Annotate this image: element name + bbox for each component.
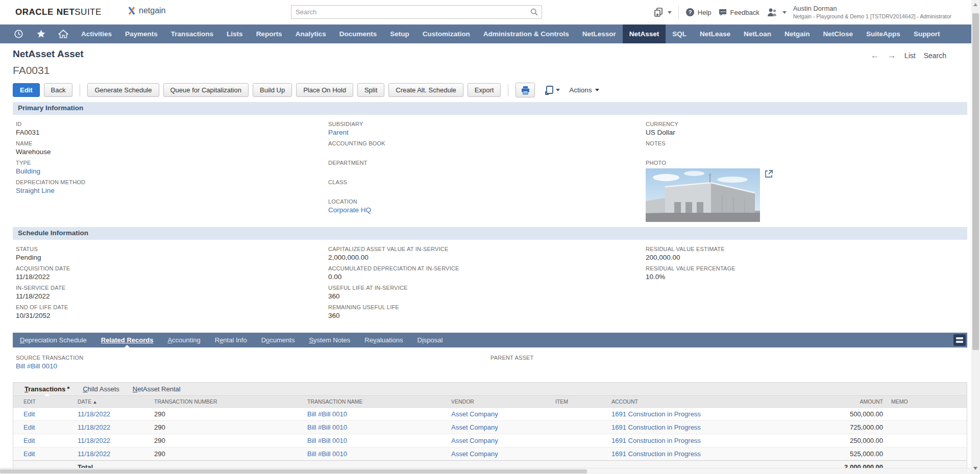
transaction-number-cell: 290 — [150, 434, 303, 447]
nav-item-netasset[interactable]: NetAsset — [623, 24, 666, 43]
toggle-tab-layout-icon[interactable] — [953, 334, 966, 346]
vertical-scrollbar[interactable] — [971, 0, 980, 474]
print-button[interactable] — [516, 83, 535, 97]
next-record-arrow-icon[interactable]: → — [888, 51, 896, 61]
search-icon[interactable] — [530, 8, 538, 16]
tab-documents[interactable]: Documents — [254, 333, 302, 347]
vendor-link[interactable]: Asset Company — [451, 437, 498, 444]
home-icon[interactable] — [52, 24, 75, 43]
field-photo: PHOTO — [646, 160, 967, 222]
location-link[interactable]: Corporate HQ — [328, 206, 646, 214]
nav-item-netclose[interactable]: NetClose — [817, 24, 860, 43]
date-link[interactable]: 11/18/2022 — [78, 423, 110, 431]
tab-disposal[interactable]: Disposal — [410, 333, 450, 347]
source-transaction-link[interactable]: Bill #Bill 0010 — [16, 362, 491, 370]
asset-photo[interactable] — [646, 168, 760, 222]
col-header-account[interactable]: ACCOUNT — [607, 396, 821, 408]
list-link[interactable]: List — [904, 52, 916, 60]
vendor-link[interactable]: Asset Company — [451, 410, 498, 418]
col-header-vendor[interactable]: VENDOR — [447, 396, 551, 408]
queue-for-capitalization-button[interactable]: Queue for Capitalization — [163, 83, 249, 97]
tab-accounting[interactable]: Accounting — [160, 333, 207, 347]
subsidiary-link[interactable]: Parent — [328, 129, 646, 136]
nav-item-customization[interactable]: Customization — [416, 24, 477, 43]
account-link[interactable]: 1691 Construction in Progress — [611, 410, 701, 418]
col-header-item[interactable]: ITEM — [551, 396, 607, 408]
edit-button[interactable]: Edit — [13, 83, 40, 97]
search-link[interactable]: Search — [924, 52, 946, 60]
save-view-menu[interactable] — [544, 85, 560, 95]
nav-item-netlessor[interactable]: NetLessor — [576, 24, 623, 43]
tab-rental-info[interactable]: Rental Info — [208, 333, 254, 347]
depreciation-method-link[interactable]: Straight Line — [16, 187, 328, 194]
subtab-transactions[interactable]: Transactions — [18, 383, 76, 395]
nav-item-support[interactable]: Support — [907, 24, 947, 43]
previous-record-arrow-icon[interactable]: ← — [871, 51, 879, 61]
horizontal-scrollbar[interactable] — [0, 468, 971, 474]
create-alt-schedule-button[interactable]: Create Alt. Schedule — [388, 83, 463, 97]
nav-item-transactions[interactable]: Transactions — [164, 24, 220, 43]
scroll-up-arrow-icon[interactable] — [973, 3, 977, 6]
tab-system-notes[interactable]: System Notes — [302, 333, 357, 347]
account-link[interactable]: 1691 Construction in Progress — [611, 450, 701, 458]
transaction-name-link[interactable]: Bill #Bill 0010 — [307, 423, 347, 431]
tab-revaluations[interactable]: Revaluations — [357, 333, 410, 347]
vendor-link[interactable]: Asset Company — [451, 423, 498, 431]
nav-item-sql[interactable]: SQL — [666, 24, 693, 43]
nav-item-reports[interactable]: Reports — [250, 24, 289, 43]
nav-item-lists[interactable]: Lists — [220, 24, 250, 43]
edit-link[interactable]: Edit — [17, 423, 35, 431]
place-on-hold-button[interactable]: Place On Hold — [296, 83, 353, 97]
type-link[interactable]: Building — [16, 167, 328, 175]
nav-item-documents[interactable]: Documents — [333, 24, 384, 43]
feedback-button[interactable]: Feedback — [718, 8, 760, 17]
export-button[interactable]: Export — [468, 83, 501, 97]
back-button[interactable]: Back — [44, 83, 73, 97]
account-link[interactable]: 1691 Construction in Progress — [611, 423, 701, 431]
transaction-name-link[interactable]: Bill #Bill 0010 — [307, 410, 347, 418]
split-button[interactable]: Split — [357, 83, 384, 97]
roles-menu[interactable] — [766, 8, 787, 17]
subtab-netasset-rental[interactable]: NetAsset Rental — [127, 383, 187, 395]
col-header-memo[interactable]: MEMO — [887, 396, 967, 408]
tab-depreciation-schedule[interactable]: Depreciation Schedule — [13, 333, 94, 347]
transaction-name-link[interactable]: Bill #Bill 0010 — [307, 450, 347, 458]
date-link[interactable]: 11/18/2022 — [78, 410, 110, 418]
col-header-date[interactable]: DATE — [74, 396, 150, 408]
subtab-child-assets[interactable]: Child Assets — [77, 383, 126, 395]
nav-item-payments[interactable]: Payments — [118, 24, 164, 43]
edit-link[interactable]: Edit — [17, 437, 35, 444]
horizontal-scrollbar-thumb[interactable] — [0, 469, 587, 473]
search-input[interactable] — [291, 8, 530, 16]
col-header-amount[interactable]: AMOUNT — [821, 396, 887, 408]
nav-item-administration-controls[interactable]: Administration & Controls — [477, 24, 576, 43]
account-link[interactable]: 1691 Construction in Progress — [611, 437, 701, 444]
vendor-link[interactable]: Asset Company — [451, 450, 498, 458]
nav-item-netloan[interactable]: NetLoan — [737, 24, 778, 43]
col-header-edit[interactable]: EDIT — [13, 396, 74, 408]
tab-related-records[interactable]: Related Records — [94, 333, 161, 347]
scroll-down-arrow-icon[interactable] — [973, 467, 977, 470]
recent-records-icon[interactable] — [7, 24, 30, 43]
nav-item-analytics[interactable]: Analytics — [289, 24, 333, 43]
nav-item-activities[interactable]: Activities — [75, 24, 118, 43]
date-link[interactable]: 11/18/2022 — [78, 437, 110, 444]
shortcuts-star-icon[interactable] — [30, 24, 52, 43]
nav-item-netlease[interactable]: NetLease — [693, 24, 737, 43]
nav-item-netgain[interactable]: Netgain — [778, 24, 817, 43]
actions-menu[interactable]: Actions — [569, 86, 599, 94]
transaction-name-link[interactable]: Bill #Bill 0010 — [307, 437, 347, 444]
nav-item-setup[interactable]: Setup — [383, 24, 416, 43]
create-new-menu[interactable] — [653, 7, 672, 17]
generate-schedule-button[interactable]: Generate Schedule — [87, 83, 159, 97]
col-header-transaction-number[interactable]: TRANSACTION NUMBER — [150, 396, 303, 408]
open-photo-external-icon[interactable] — [764, 169, 773, 179]
vertical-scrollbar-thumb[interactable] — [972, 13, 979, 350]
build-up-button[interactable]: Build Up — [253, 83, 292, 97]
help-button[interactable]: ? Help — [685, 8, 712, 17]
nav-item-suiteapps[interactable]: SuiteApps — [860, 24, 907, 43]
date-link[interactable]: 11/18/2022 — [78, 450, 110, 458]
edit-link[interactable]: Edit — [17, 450, 35, 458]
edit-link[interactable]: Edit — [17, 410, 35, 418]
col-header-transaction-name[interactable]: TRANSACTION NAME — [303, 396, 447, 408]
